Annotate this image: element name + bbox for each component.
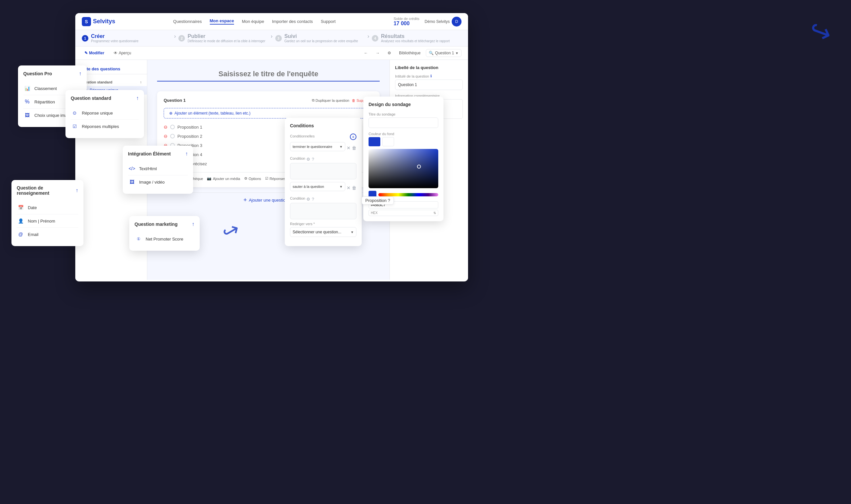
condition-settings-icon[interactable]: ⚙ [306, 157, 310, 162]
sauter-arrow-icon: ▼ [340, 185, 343, 188]
info-icon: ℹ [430, 74, 432, 78]
eye-icon: 👁 [113, 51, 117, 55]
remove-condition-icon[interactable]: 🗑 [352, 145, 357, 150]
image-icon: 🖼 [23, 111, 31, 119]
step-num-2: 2 [178, 35, 185, 41]
nav-importer[interactable]: Importer des contacts [272, 19, 313, 24]
options-btn[interactable]: ⚙ Options [244, 176, 261, 181]
apercu-btn[interactable]: 👁 Aperçu [111, 50, 134, 57]
pro-up-arrow-icon[interactable]: ↑ [79, 71, 82, 76]
question-card-header: Question 1 ⧉ Dupliquer la question 🗑 Sup… [164, 98, 373, 103]
media-icon: 📷 [207, 176, 212, 181]
terminer-select[interactable]: terminer le questionnaire ▼ [290, 142, 345, 151]
hex-label: HEX ⇅ [368, 210, 438, 216]
survey-title-input[interactable] [157, 70, 380, 82]
user-avatar[interactable]: D [452, 17, 461, 26]
step-num-1: 1 [82, 35, 88, 41]
sauter-select[interactable]: sauter à la question ▼ [290, 182, 345, 191]
date-item[interactable]: 📅 Date [17, 201, 78, 214]
app-logo[interactable]: S Selvitys [82, 17, 115, 26]
copy-icon: ⧉ [312, 98, 314, 103]
step-subtitle-1: Programmez votre questionnaire [91, 39, 139, 43]
question-standard-title: Question standard [71, 95, 111, 101]
bibliotheque-btn[interactable]: Bibliothèque [396, 50, 423, 57]
add-media-btn[interactable]: 📷 Ajouter un média [207, 176, 240, 181]
condition-settings-icon-2[interactable]: ⚙ [306, 197, 310, 202]
question-search[interactable]: 🔍 Question 1 ▼ [426, 49, 461, 57]
conditions-header: Conditions [290, 123, 357, 128]
duplicate-btn[interactable]: ⧉ Dupliquer la question [312, 98, 349, 103]
integration-title: Intégration Élément [128, 151, 171, 157]
reponse-unique-item[interactable]: ⊙ Réponse unique [71, 106, 139, 120]
renseignement-up-arrow-icon[interactable]: ↑ [76, 187, 78, 194]
integration-up-arrow-icon[interactable]: ↑ [185, 151, 188, 157]
step-arrow-2: › [271, 33, 272, 43]
checkbox-blue-icon: ☑ [71, 122, 78, 130]
condition-textarea-2[interactable] [290, 203, 357, 219]
radio-circle-icon: ⊙ [71, 109, 78, 117]
delete-condition-icon[interactable]: ✕ [347, 145, 350, 150]
redo-btn[interactable]: → [373, 50, 382, 57]
intitule-input[interactable] [395, 79, 463, 90]
trash-icon: 🗑 [352, 98, 356, 103]
delete-prop-icon[interactable]: ⊖ [164, 124, 167, 130]
calendar-icon: 📅 [17, 203, 24, 212]
delete-sauter-icon[interactable]: ✕ [347, 185, 350, 191]
color-cursor [417, 165, 421, 168]
step-title-3: Suivi [285, 33, 358, 39]
standard-up-arrow-icon[interactable]: ↑ [136, 95, 139, 101]
integration-header: Intégration Élément ↑ [128, 151, 188, 157]
selectionner-select[interactable]: Sélectionner une question... ▼ [290, 227, 357, 237]
radio-prop-icon [170, 125, 175, 129]
step-3[interactable]: 3 Suivi Gardez un oeil sur la progressio… [275, 33, 365, 43]
undo-btn[interactable]: ← [361, 50, 370, 57]
design-title: Design du sondage [368, 102, 411, 107]
question-marketing-panel: Question marketing ↑ ① Net Promoter Scor… [129, 216, 200, 251]
step-4[interactable]: 4 Résultats Analysez vos résultats et té… [372, 33, 461, 43]
plus-icon: ⊕ [169, 111, 173, 115]
color-rainbow-slider[interactable] [378, 193, 438, 196]
edit-icon: ✎ [85, 51, 88, 55]
toolbar: ✎ Modifier 👁 Aperçu ← → ⚙ Bibliothèque 🔍… [75, 47, 468, 60]
user-name: Démo Selvitys [424, 19, 450, 24]
nav-questionnaires[interactable]: Questionnaires [173, 19, 202, 24]
selectionner-arrow-icon: ▼ [350, 230, 354, 234]
text-html-item[interactable]: </> Text/Html [128, 162, 188, 176]
reponses-multiples-item[interactable]: ☑ Réponses multiples [71, 120, 139, 133]
question-standard-header: Question standard ↑ [71, 95, 139, 101]
credits-value: 17 000 [394, 21, 419, 26]
nav-mon-equipe[interactable]: Mon équipe [242, 19, 264, 24]
marketing-up-arrow-icon[interactable]: ↑ [192, 221, 195, 227]
conditions-title: Conditions [290, 123, 314, 128]
add-element-btn[interactable]: ⊕ Ajouter un élément (texte, tableau, li… [164, 108, 373, 119]
conditions-panel: Conditions Conditionnelles + terminer le… [285, 118, 362, 246]
question-marketing-title: Question marketing [134, 221, 177, 227]
proposition-popup: Proposition ? [362, 196, 394, 204]
search-icon: 🔍 [429, 51, 434, 55]
step-title-4: Résultats [381, 33, 450, 39]
settings-btn[interactable]: ⚙ [385, 50, 394, 57]
nps-item[interactable]: ① Net Promoter Score [134, 232, 195, 246]
color-swatch-blue[interactable] [368, 137, 380, 146]
toolbar-left: ✎ Modifier 👁 Aperçu [82, 50, 134, 57]
intitule-label: Intitulé de la question ℹ [395, 74, 463, 78]
nav-support[interactable]: Support [321, 19, 336, 24]
remove-sauter-icon[interactable]: 🗑 [352, 185, 357, 191]
condition-help-icon[interactable]: ? [312, 157, 314, 162]
image-video-item[interactable]: 🖼 Image / vidéo [128, 176, 188, 188]
color-swatch-white[interactable] [382, 137, 394, 146]
nav-mon-espace[interactable]: Mon espace [210, 18, 234, 24]
titre-sondage-input[interactable] [368, 118, 438, 128]
color-picker-area[interactable] [368, 149, 438, 188]
step-1[interactable]: 1 Créer Programmez votre questionnaire [82, 33, 171, 43]
step-2[interactable]: 2 Publier Définissez le mode de diffusio… [178, 33, 268, 43]
add-condition-btn[interactable]: + [350, 133, 357, 140]
condition-help-icon-2[interactable]: ? [312, 197, 314, 202]
delete-prop-icon-2[interactable]: ⊖ [164, 133, 167, 139]
steps-bar: 1 Créer Programmez votre questionnaire ›… [75, 30, 468, 47]
step-title-2: Publier [187, 33, 265, 39]
modifier-btn[interactable]: ✎ Modifier [82, 50, 107, 57]
nom-prenom-item[interactable]: 👤 Nom | Prénom [17, 214, 78, 228]
email-item[interactable]: @ Email [17, 228, 78, 241]
condition-textarea-1[interactable] [290, 163, 357, 179]
